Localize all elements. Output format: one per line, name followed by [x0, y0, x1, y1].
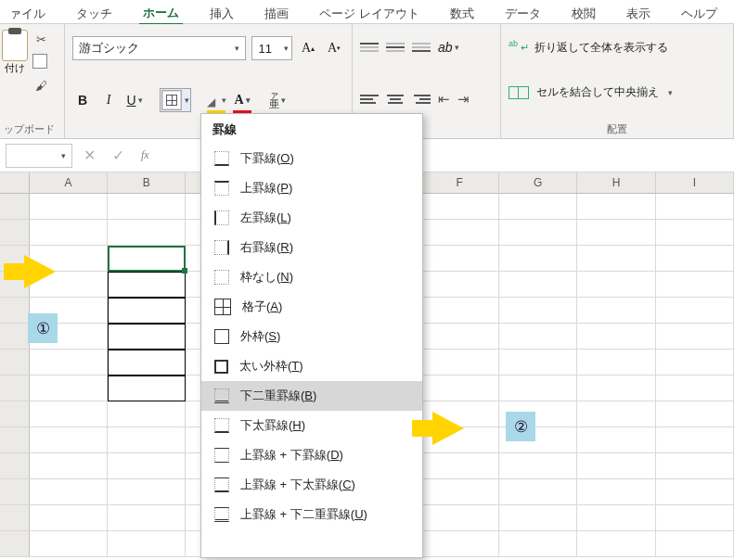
menu-border-right[interactable]: 右罫線(R) — [201, 233, 422, 262]
menu-border-none[interactable]: 枠なし(N) — [201, 262, 422, 292]
paste-icon[interactable] — [2, 30, 28, 61]
borders-split-button[interactable]: ▾ — [160, 88, 191, 112]
select-all-corner[interactable] — [0, 172, 30, 193]
row-header[interactable] — [0, 324, 30, 350]
menu-border-top-thick-bottom[interactable]: 上罫線 + 下太罫線(C) — [201, 470, 422, 500]
tab-formulas[interactable]: 数式 — [446, 4, 478, 24]
col-header-b[interactable]: B — [108, 172, 186, 193]
wrap-text-icon[interactable] — [509, 39, 527, 56]
font-size-combo[interactable]: 11 ▾ — [251, 36, 292, 60]
row-header[interactable] — [0, 350, 30, 375]
row-header[interactable] — [0, 427, 30, 453]
italic-button[interactable]: I — [98, 89, 119, 111]
font-name-value: 游ゴシック — [79, 40, 139, 57]
increase-font-icon[interactable]: A▴ — [298, 37, 318, 59]
tab-insert[interactable]: 挿入 — [206, 4, 238, 24]
merge-center-label[interactable]: セルを結合して中央揃え — [536, 84, 659, 100]
tab-data[interactable]: データ — [501, 4, 545, 24]
cancel-entry-icon[interactable]: ✕ — [84, 146, 96, 164]
border-bottom-icon — [214, 151, 229, 166]
menu-border-bottom-double[interactable]: 下二重罫線(B) — [201, 381, 422, 411]
copy-icon[interactable] — [33, 55, 48, 70]
border-none-icon — [214, 270, 229, 285]
fill-color-button[interactable]: ▾ — [206, 89, 226, 111]
align-top-icon[interactable] — [360, 39, 379, 56]
decrease-indent-icon[interactable]: ⇤ — [438, 91, 450, 108]
menu-border-top-double-bottom[interactable]: 上罫線 + 下二重罫線(U) — [201, 500, 422, 529]
format-painter-icon[interactable] — [33, 78, 48, 93]
annotation-arrow-2 — [432, 412, 464, 445]
borders-dropdown: 罫線 下罫線(O) 上罫線(P) 左罫線(L) 右罫線(R) 枠なし(N) 格子… — [200, 113, 423, 558]
align-left-icon[interactable] — [360, 91, 379, 108]
menu-border-thick[interactable]: 太い外枠(T) — [201, 351, 422, 381]
border-all-icon — [214, 299, 231, 315]
align-middle-icon[interactable] — [386, 39, 405, 56]
bold-button[interactable]: B — [72, 89, 93, 111]
menu-border-all[interactable]: 格子(A) — [201, 292, 422, 322]
chevron-down-icon: ▾ — [284, 44, 289, 53]
col-header-i[interactable]: I — [656, 172, 734, 193]
tab-draw[interactable]: 描画 — [261, 4, 292, 24]
tab-layout[interactable]: ページ レイアウト — [315, 4, 423, 24]
annotation-badge-1: ① — [28, 313, 58, 343]
row-header[interactable] — [0, 375, 30, 401]
paste-label: 付け — [2, 61, 28, 75]
menu-border-bottom[interactable]: 下罫線(O) — [201, 144, 422, 173]
row-header[interactable] — [0, 453, 30, 479]
row-header[interactable] — [0, 298, 30, 324]
row-header[interactable] — [0, 505, 30, 531]
row-header[interactable] — [0, 479, 30, 505]
group-clipboard: 付け ップボード — [0, 24, 65, 138]
tab-file[interactable]: ァイル — [6, 4, 49, 24]
border-top-icon — [214, 181, 229, 196]
font-color-button[interactable]: A▾ — [232, 89, 252, 111]
align-center-icon[interactable] — [386, 91, 405, 108]
tab-home[interactable]: ホーム — [139, 3, 183, 25]
align-bottom-icon[interactable] — [412, 39, 431, 56]
border-bottom-double-icon — [214, 388, 229, 403]
align-right-icon[interactable] — [412, 91, 431, 108]
increase-indent-icon[interactable]: ⇥ — [457, 91, 470, 108]
col-header-g[interactable]: G — [499, 172, 577, 193]
tab-help[interactable]: ヘルプ — [677, 4, 721, 24]
name-box[interactable]: ▾ — [6, 144, 72, 168]
border-top-double-bottom-icon — [214, 507, 229, 522]
confirm-entry-icon[interactable]: ✓ — [112, 146, 124, 164]
menu-border-bottom-thick[interactable]: 下太罫線(H) — [201, 411, 422, 440]
col-header-f[interactable]: F — [421, 172, 499, 193]
merge-center-icon[interactable] — [509, 86, 529, 99]
border-grid-icon — [161, 90, 182, 110]
ribbon-tabs: ァイル タッチ ホーム 挿入 描画 ページ レイアウト 数式 データ 校閲 表示… — [0, 0, 734, 24]
menu-border-left[interactable]: 左罫線(L) — [201, 203, 422, 233]
tab-view[interactable]: 表示 — [623, 4, 654, 24]
menu-border-top[interactable]: 上罫線(P) — [201, 173, 422, 203]
tab-review[interactable]: 校閲 — [568, 4, 599, 24]
border-bottom-thick-icon — [214, 418, 229, 433]
border-right-icon — [214, 240, 229, 255]
decrease-font-icon[interactable]: A▾ — [324, 37, 344, 59]
row-header[interactable] — [0, 220, 30, 246]
menu-border-top-bottom[interactable]: 上罫線 + 下罫線(D) — [201, 440, 422, 470]
orientation-button[interactable]: ab▾ — [438, 36, 459, 58]
chevron-down-icon: ▾ — [185, 95, 189, 105]
chevron-down-icon: ▾ — [668, 88, 673, 97]
font-name-combo[interactable]: 游ゴシック ▾ — [72, 36, 246, 60]
row-header[interactable] — [0, 194, 30, 220]
insert-function-icon[interactable]: fx — [141, 148, 149, 162]
col-header-a[interactable]: A — [30, 172, 108, 193]
border-thick-icon — [214, 360, 228, 374]
row-header[interactable] — [0, 401, 30, 427]
alignment-group-label: 配置 — [509, 120, 726, 136]
tab-touch[interactable]: タッチ — [72, 4, 116, 24]
cut-icon[interactable] — [33, 32, 48, 46]
phonetic-guide-button[interactable]: ア亜▾ — [267, 89, 288, 111]
border-top-bottom-icon — [214, 448, 229, 463]
menu-border-outline[interactable]: 外枠(S) — [201, 322, 422, 351]
col-header-h[interactable]: H — [577, 172, 655, 193]
underline-button[interactable]: U▾ — [124, 89, 145, 111]
row-header[interactable] — [0, 531, 30, 557]
border-top-thick-bottom-icon — [214, 477, 229, 492]
active-cell[interactable] — [108, 246, 186, 272]
wrap-text-label[interactable]: 折り返して全体を表示する — [534, 40, 668, 56]
annotation-badge-2: ② — [506, 412, 535, 441]
